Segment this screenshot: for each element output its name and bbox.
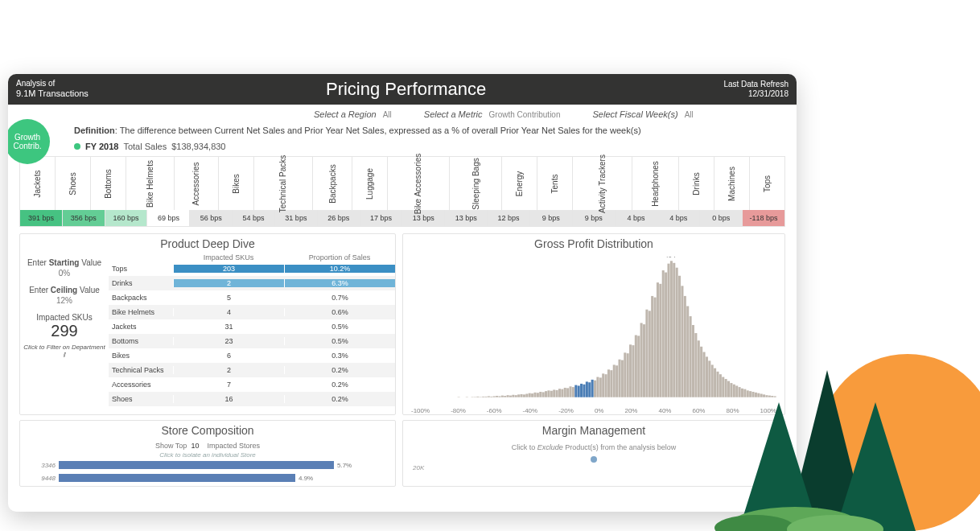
svg-rect-49 [545, 391, 547, 397]
svg-rect-59 [572, 387, 574, 397]
svg-rect-55 [561, 389, 563, 397]
metric-filter[interactable]: Select a MetricGrowth Contribution [424, 109, 561, 119]
category-bps-value[interactable]: 13 bps [402, 210, 445, 226]
store-bar-row[interactable]: 33465.7% [28, 459, 387, 471]
histogram-chart[interactable]: 404 -100%-80%-60%-40%-20%0%20%40%60%80%1… [403, 253, 784, 414]
svg-rect-78 [624, 352, 626, 397]
deep-dive-row[interactable]: Backpacks50.7% [109, 290, 395, 305]
category-header[interactable]: Bike Accessories [388, 157, 450, 210]
svg-rect-115 [725, 379, 727, 397]
category-bps-value[interactable]: 391 bps [20, 210, 63, 226]
deep-dive-row[interactable]: Bikes60.3% [109, 348, 395, 363]
svg-rect-68 [596, 377, 599, 397]
category-bps-value[interactable]: 69 bps [147, 210, 190, 226]
category-bps-value[interactable]: 13 bps [445, 210, 488, 226]
deep-dive-row[interactable]: Drinks26.3% [109, 276, 395, 290]
fy-amount: $138,934,830 [171, 142, 225, 151]
store-bar-row[interactable]: 94484.9% [28, 471, 387, 484]
col-proportion: Proportion of Sales [284, 253, 395, 261]
svg-rect-116 [727, 381, 730, 397]
svg-rect-90 [657, 282, 659, 397]
legend-dot-icon [74, 143, 80, 150]
deep-dive-row[interactable]: Tops20310.2% [109, 261, 395, 276]
category-header[interactable]: Backpacks [313, 157, 352, 210]
show-top-control[interactable]: Show Top 10 Impacted Stores [28, 442, 387, 450]
deep-dive-row[interactable]: Bottoms230.5% [109, 334, 395, 348]
svg-rect-34 [504, 396, 506, 397]
week-filter[interactable]: Select Fiscal Week(s)All [592, 109, 693, 119]
category-header[interactable]: Drinks [679, 157, 714, 210]
category-bps-value[interactable]: 56 bps [190, 210, 233, 226]
svg-rect-79 [627, 353, 629, 397]
exclude-link[interactable]: Exclude [537, 443, 563, 451]
gross-profit-panel: Gross Profit Distribution 404 -100%-80%-… [402, 233, 785, 415]
category-header[interactable]: Sleeping Bags [450, 157, 503, 210]
svg-rect-81 [632, 345, 634, 397]
category-bps-value[interactable]: 17 bps [360, 210, 403, 226]
category-header[interactable]: Shoes [56, 157, 91, 210]
category-bps-value[interactable]: 9 bps [530, 210, 573, 226]
svg-rect-109 [708, 360, 710, 397]
svg-rect-38 [515, 395, 517, 397]
margin-point-icon[interactable] [591, 456, 597, 463]
category-header[interactable]: Luggage [352, 157, 388, 210]
category-header[interactable]: Activity Trackers [573, 157, 632, 210]
starting-value-input[interactable]: Enter Starting Value 0% [23, 258, 105, 278]
category-header[interactable]: Tops [750, 157, 784, 210]
category-bps-value[interactable]: -118 bps [743, 210, 784, 226]
svg-rect-70 [602, 373, 604, 397]
svg-rect-131 [768, 396, 771, 397]
svg-rect-105 [698, 340, 700, 397]
category-header[interactable]: Bottoms [91, 157, 126, 210]
svg-rect-104 [694, 333, 697, 397]
svg-rect-40 [521, 394, 523, 397]
category-header[interactable]: Tents [537, 157, 573, 210]
category-bps-value[interactable]: 4 bps [616, 210, 658, 226]
svg-rect-66 [591, 380, 594, 397]
category-bps-value[interactable]: 54 bps [233, 210, 275, 226]
category-header[interactable]: Bikes [219, 157, 254, 210]
deep-dive-row[interactable]: Jackets310.5% [109, 319, 395, 334]
deep-dive-row[interactable]: Accessories70.2% [109, 377, 395, 392]
svg-rect-89 [654, 298, 657, 397]
category-bps-value[interactable]: 356 bps [63, 210, 105, 226]
deep-dive-row[interactable]: Technical Packs20.2% [109, 363, 395, 377]
store-title: Store Composition [20, 421, 395, 440]
deep-dive-row[interactable]: Bike Helmets40.6% [109, 305, 395, 319]
category-bps-value[interactable]: 9 bps [573, 210, 616, 226]
store-hint: Click to isolate an individual Store [28, 451, 387, 459]
svg-rect-27 [484, 397, 487, 397]
category-bps-value[interactable]: 12 bps [488, 210, 530, 226]
region-filter[interactable]: Select a RegionAll [314, 109, 392, 119]
category-bps-value[interactable]: 26 bps [318, 210, 360, 226]
svg-rect-123 [747, 390, 749, 397]
svg-rect-102 [690, 316, 692, 397]
category-bps-value[interactable]: 4 bps [657, 210, 700, 226]
dashboard-window: Growth Contrib. Analysis of 9.1M Transac… [8, 74, 797, 512]
category-header[interactable]: Jackets [20, 157, 56, 210]
svg-point-140 [714, 515, 795, 531]
svg-rect-122 [743, 389, 746, 397]
svg-rect-56 [564, 388, 566, 397]
deep-dive-title: Product Deep Dive [20, 234, 395, 253]
category-header[interactable]: Accessories [175, 157, 219, 210]
svg-rect-86 [645, 310, 648, 397]
category-header[interactable]: Technical Packs [254, 157, 313, 210]
category-header[interactable]: Headphones [632, 157, 679, 210]
svg-rect-113 [719, 374, 722, 397]
category-header[interactable]: Energy [502, 157, 537, 210]
category-bps-value[interactable]: 0 bps [700, 210, 743, 226]
deep-dive-row[interactable]: Shoes160.2% [109, 392, 395, 406]
ceiling-value-input[interactable]: Enter Ceiling Value 12% [23, 286, 105, 305]
category-header[interactable]: Bike Helmets [126, 157, 175, 210]
analysis-value: 9.1M Transactions [16, 88, 89, 99]
category-bps-table[interactable]: JacketsShoesBottomsBike HelmetsAccessori… [19, 156, 785, 227]
category-bps-value[interactable]: 160 bps [105, 210, 148, 226]
svg-rect-114 [722, 377, 724, 397]
filter-hint[interactable]: Click to Filter on Department ⫿ [23, 344, 105, 358]
svg-rect-74 [613, 364, 616, 397]
svg-rect-32 [498, 396, 500, 397]
category-header[interactable]: Machines [714, 157, 750, 210]
svg-text:404: 404 [665, 257, 676, 259]
analysis-info: Analysis of 9.1M Transactions [16, 79, 89, 99]
